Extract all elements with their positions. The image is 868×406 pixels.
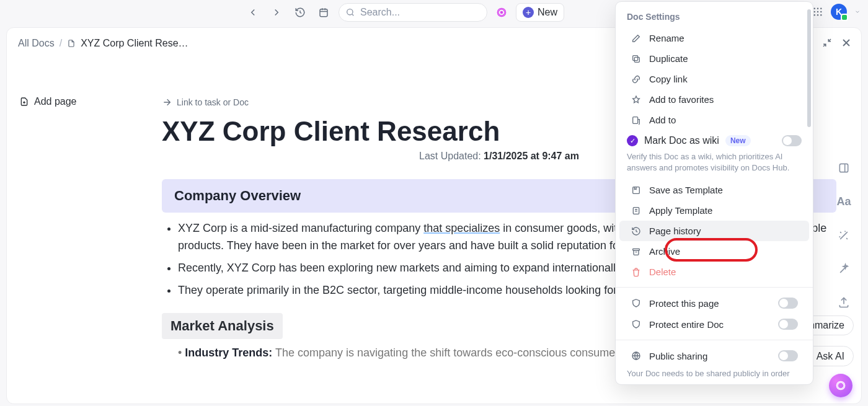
ai-icon[interactable]	[494, 4, 510, 20]
new-button-label: New	[538, 7, 557, 18]
svg-point-1	[347, 9, 353, 15]
menu-mark-wiki[interactable]: ✓ Mark Doc as wiki New	[616, 130, 813, 151]
wiki-badge-icon: ✓	[627, 135, 638, 146]
archive-icon	[631, 247, 642, 257]
section-market-analysis: Market Analysis	[162, 313, 283, 339]
breadcrumb-root[interactable]: All Docs	[18, 38, 55, 49]
calendar-icon[interactable]	[315, 4, 332, 21]
globe-icon	[631, 351, 642, 361]
menu-save-template[interactable]: Save as Template	[619, 180, 809, 200]
svg-point-3	[500, 11, 502, 13]
breadcrumb-separator: /	[60, 38, 62, 49]
new-tag: New	[725, 135, 751, 146]
avatar-chevron-icon[interactable]	[854, 9, 861, 15]
duplicate-icon	[631, 54, 642, 64]
protect-doc-toggle[interactable]	[778, 319, 798, 330]
shield-icon	[631, 319, 642, 329]
svg-point-12	[820, 14, 822, 15]
protect-page-toggle[interactable]	[778, 298, 798, 309]
pencil-icon	[631, 33, 642, 43]
svg-point-6	[820, 8, 822, 9]
ai-bubble-button[interactable]	[829, 374, 852, 397]
breadcrumb-current[interactable]: XYZ Corp Client Rese…	[81, 38, 188, 49]
rail-wand-icon[interactable]	[838, 229, 850, 242]
doc-settings-panel: Doc Settings Rename Duplicate Copy link …	[615, 1, 813, 385]
svg-rect-13	[839, 164, 848, 172]
svg-point-11	[817, 14, 818, 15]
menu-archive[interactable]: Archive	[619, 241, 809, 262]
new-button[interactable]: + New	[516, 3, 564, 22]
svg-rect-16	[633, 55, 638, 60]
add-page-label: Add page	[34, 96, 77, 107]
rail-sparkle-icon[interactable]	[838, 263, 850, 275]
rail-upload-icon[interactable]	[838, 296, 850, 309]
menu-protect-page[interactable]: Protect this page	[619, 293, 809, 314]
menu-add-favorites[interactable]: Add to favorites	[619, 89, 809, 110]
menu-delete[interactable]: Delete	[619, 262, 809, 282]
history-icon[interactable]	[291, 4, 309, 21]
menu-protect-doc[interactable]: Protect entire Doc	[619, 314, 809, 335]
nav-back-button[interactable]	[244, 4, 262, 21]
doc-icon	[67, 39, 76, 48]
add-to-icon	[631, 115, 642, 125]
menu-copy-link[interactable]: Copy link	[619, 69, 809, 89]
svg-rect-15	[634, 57, 639, 62]
shield-icon	[631, 298, 642, 308]
menu-apply-template[interactable]: Apply Template	[619, 200, 809, 221]
menu-add-to[interactable]: Add to	[619, 110, 809, 130]
collapse-icon[interactable]	[822, 37, 833, 48]
nav-forward-button[interactable]	[268, 4, 285, 21]
svg-point-7	[814, 11, 815, 12]
doc-settings-title: Doc Settings	[616, 8, 813, 28]
add-page-button[interactable]: Add page	[19, 96, 137, 107]
rail-text-icon[interactable]: Aa	[836, 195, 851, 208]
svg-point-5	[817, 8, 818, 9]
link-icon	[631, 74, 642, 84]
svg-point-8	[817, 11, 818, 12]
svg-rect-0	[320, 9, 327, 17]
close-icon[interactable]	[840, 37, 852, 49]
svg-point-10	[814, 14, 815, 15]
svg-rect-17	[633, 117, 638, 123]
wiki-toggle[interactable]	[782, 135, 802, 146]
rail-panel-icon[interactable]	[838, 162, 850, 174]
global-search-input[interactable]: Search...	[339, 3, 487, 22]
panel-scrollbar[interactable]	[807, 9, 811, 127]
wiki-subtext: Verify this Doc as a wiki, which priorit…	[616, 151, 813, 180]
svg-point-9	[820, 11, 822, 12]
menu-page-history[interactable]: Page history	[619, 221, 809, 241]
link-to-task-label: Link to task or Doc	[177, 97, 249, 107]
star-icon	[631, 95, 642, 105]
menu-rename[interactable]: Rename	[619, 28, 809, 48]
menu-duplicate[interactable]: Duplicate	[619, 48, 809, 69]
public-sharing-subtext: Your Doc needs to be shared publicly in …	[616, 366, 813, 378]
apps-grid-icon[interactable]	[812, 6, 823, 17]
menu-public-sharing[interactable]: Public sharing	[619, 345, 809, 366]
svg-point-4	[814, 8, 815, 9]
save-template-icon	[631, 185, 642, 195]
apply-template-icon	[631, 206, 642, 216]
plus-icon: +	[523, 7, 534, 18]
svg-rect-20	[633, 249, 640, 250]
breadcrumb: All Docs / XYZ Corp Client Rese…	[18, 38, 188, 49]
trash-icon	[631, 267, 642, 277]
public-sharing-toggle[interactable]	[778, 350, 798, 361]
avatar[interactable]: K	[831, 4, 847, 20]
avatar-letter: K	[836, 7, 842, 17]
search-placeholder: Search...	[360, 7, 400, 18]
ask-ai-label: Ask AI	[817, 351, 844, 362]
history-icon	[631, 226, 642, 236]
